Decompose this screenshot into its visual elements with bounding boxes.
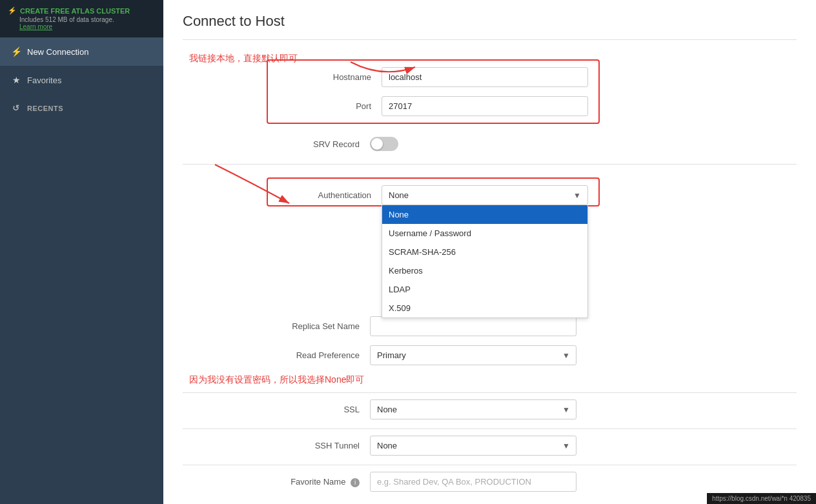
auth-dropdown-arrow: ▼	[573, 191, 581, 200]
srv-toggle[interactable]	[370, 137, 398, 151]
sidebar-item-favorites[interactable]: ★ Favorites	[0, 66, 163, 94]
auth-selected-value: None	[389, 190, 409, 200]
atlas-subtitle: Includes 512 MB of data storage.	[8, 16, 156, 23]
sidebar-item-label: Favorites	[27, 76, 61, 85]
hostname-port-box: Hostname Port	[267, 59, 600, 124]
sidebar: ⚡ CREATE FREE ATLAS CLUSTER Includes 512…	[0, 0, 163, 504]
read-pref-row: Read Preference Primary Primary Preferre…	[267, 345, 797, 365]
sidebar-item-label: New Connection	[27, 47, 88, 57]
port-label: Port	[278, 101, 382, 111]
ssl-dropdown[interactable]: None SSL / TLS ▼	[370, 399, 576, 419]
atlas-banner[interactable]: ⚡ CREATE FREE ATLAS CLUSTER Includes 512…	[0, 0, 163, 37]
annotation-arrow-2	[189, 152, 318, 223]
bottom-bar: https://blog.csdn.net/wai*n 420835	[707, 493, 816, 504]
fav-name-row: Favorite Name i	[267, 472, 797, 492]
auth-option-scram[interactable]: SCRAM-SHA-256	[382, 243, 587, 261]
annotation-1: 我链接本地，直接默认即可	[189, 53, 298, 65]
auth-row: Authentication None ▼ None Username / Pa…	[278, 185, 588, 205]
auth-option-username-password[interactable]: Username / Password	[382, 224, 587, 243]
port-input[interactable]	[382, 96, 588, 116]
toggle-knob	[371, 138, 383, 150]
atlas-title: ⚡ CREATE FREE ATLAS CLUSTER	[8, 6, 156, 15]
replica-label: Replica Set Name	[267, 321, 370, 331]
ssl-row: SSL None SSL / TLS ▼	[267, 399, 797, 419]
auth-option-ldap[interactable]: LDAP	[382, 280, 587, 299]
srv-label: SRV Record	[267, 139, 370, 149]
sidebar-item-new-connection[interactable]: ⚡ New Connection	[0, 37, 163, 66]
recents-icon: ↺	[10, 103, 22, 113]
auth-option-x509[interactable]: X.509	[382, 299, 587, 318]
auth-dropdown-container: None ▼ None Username / Password SCRAM-SH…	[382, 185, 588, 205]
annotation-2: 因为我没有设置密码，所以我选择None即可	[189, 374, 797, 386]
lightning-icon: ⚡	[8, 6, 17, 15]
auth-option-none[interactable]: None	[382, 205, 587, 224]
auth-dropdown-menu: None Username / Password SCRAM-SHA-256 K…	[382, 205, 588, 318]
lightning-icon: ⚡	[10, 46, 22, 57]
hostname-row: Hostname	[278, 67, 588, 87]
star-icon: ★	[10, 75, 22, 85]
sidebar-section-label: RECENTS	[27, 105, 63, 112]
auth-option-kerberos[interactable]: Kerberos	[382, 261, 587, 280]
replica-input[interactable]	[370, 316, 576, 336]
page-title: Connect to Host	[183, 13, 797, 40]
fav-name-input[interactable]	[370, 472, 576, 492]
read-pref-dropdown[interactable]: Primary Primary Preferred Secondary Seco…	[370, 345, 576, 365]
ssl-label: SSL	[267, 405, 370, 414]
section-divider-2	[183, 392, 797, 393]
fav-name-label: Favorite Name i	[267, 477, 370, 487]
srv-toggle-container[interactable]	[370, 137, 398, 151]
ssh-dropdown[interactable]: None Use Password Use Identity File ▼	[370, 436, 576, 456]
port-row: Port	[278, 96, 588, 116]
replica-row: Replica Set Name	[267, 316, 797, 336]
info-icon[interactable]: i	[351, 478, 360, 487]
auth-select-display[interactable]: None ▼	[382, 185, 588, 205]
ssh-row: SSH Tunnel None Use Password Use Identit…	[267, 436, 797, 456]
hostname-label: Hostname	[278, 72, 382, 82]
main-content: Connect to Host 我链接本地，直接默认即可 Hostname Po…	[163, 0, 816, 504]
ssl-select[interactable]: None SSL / TLS	[370, 399, 576, 419]
section-divider-4	[183, 465, 797, 465]
bottom-bar-url: https://blog.csdn.net/wai*n 420835	[712, 495, 811, 502]
ssh-select[interactable]: None Use Password Use Identity File	[370, 436, 576, 456]
read-pref-label: Read Preference	[267, 350, 370, 360]
hostname-input[interactable]	[382, 67, 588, 87]
section-divider-3	[183, 428, 797, 429]
srv-row: SRV Record	[267, 137, 797, 151]
atlas-learn-more-link[interactable]: Learn more	[8, 23, 156, 30]
read-pref-select[interactable]: Primary Primary Preferred Secondary Seco…	[370, 345, 576, 365]
ssh-label: SSH Tunnel	[267, 441, 370, 450]
sidebar-section-recents: ↺ RECENTS	[0, 94, 163, 122]
